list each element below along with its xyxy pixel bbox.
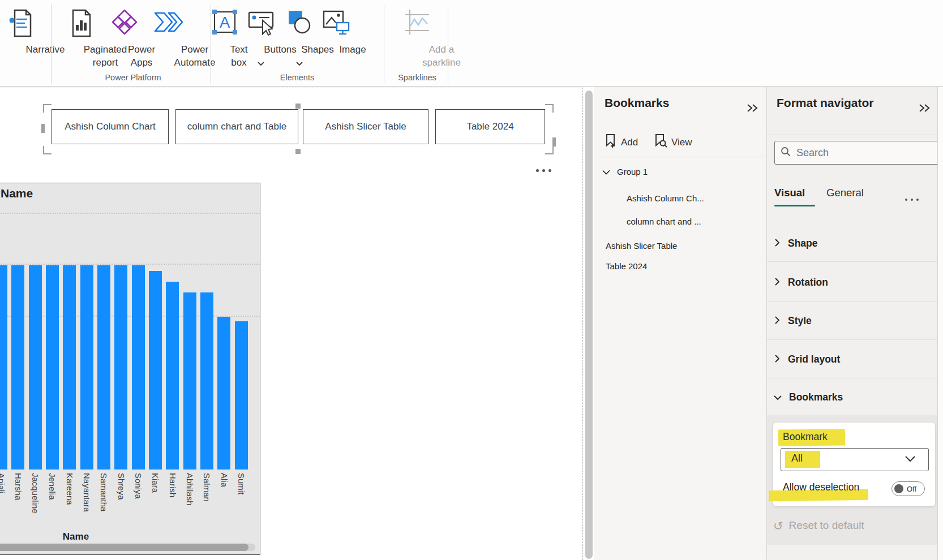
chevron-down-icon[interactable] [257, 58, 265, 68]
section-label: Style [788, 315, 812, 327]
narrative-icon [8, 8, 34, 42]
svg-text:A: A [220, 14, 230, 31]
x-axis-labels: AnjaliHarshaJacquelineJeneliaKareenaNaya… [0, 183, 260, 554]
bookmark-item-label: Ashish Column Ch... [627, 193, 704, 203]
chevron-right-icon [774, 277, 780, 288]
nav-button-table-2024[interactable]: Table 2024 [435, 109, 545, 144]
reset-icon: ↺ [773, 520, 783, 532]
ribbon-item-text-box[interactable]: A Textbox [211, 0, 239, 74]
ribbon-item-shapes[interactable]: Shapes [281, 0, 318, 74]
chevron-right-icon [774, 354, 780, 365]
ribbon-item-add-sparkline[interactable]: Add asparkline [393, 0, 442, 74]
tab-more-options[interactable] [903, 193, 920, 203]
canvas-scrollbar[interactable] [585, 91, 593, 559]
more-options-button[interactable] [534, 164, 553, 174]
bookmark-item-column-chart-and-table[interactable]: column chart and ... [627, 217, 701, 226]
ribbon-divider [448, 5, 448, 84]
selection-corner-handle[interactable] [545, 104, 554, 113]
nav-button-label: Ashish Slicer Table [325, 121, 406, 132]
bookmark-item-table-2024[interactable]: Table 2024 [606, 261, 647, 271]
tab-visual-underline [774, 205, 815, 206]
x-axis-title: Name [0, 531, 158, 542]
image-icon [321, 8, 352, 40]
x-axis-label: Sumit [237, 473, 246, 494]
x-axis-label: Abhilash [185, 473, 194, 506]
page-boundary-right [582, 88, 583, 560]
collapse-pane-icon[interactable] [746, 103, 758, 115]
view-bookmarks-button[interactable]: View [654, 133, 692, 151]
ribbon-item-narrative[interactable]: Narrative [0, 0, 45, 74]
add-bookmark-label: Add [621, 137, 638, 148]
bookmark-view-icon [654, 133, 667, 151]
bookmark-item-label: column chart and ... [627, 217, 701, 226]
page-boundary-top [0, 88, 583, 88]
x-axis-label: Salman [202, 473, 211, 502]
tab-general[interactable]: General [826, 187, 864, 199]
ribbon: Narrative Paginatedreport PowerApps Powe… [0, 0, 943, 87]
ribbon-item-power-automate[interactable]: PowerAutomate [142, 0, 195, 74]
ribbon-item-buttons[interactable]: Buttons [242, 0, 280, 74]
ribbon-group-sparklines: Sparklines [375, 73, 460, 82]
nav-button-column-chart-and-table[interactable]: column chart and Table [175, 109, 298, 144]
bookmark-item-label: Table 2024 [606, 261, 647, 271]
column-chart-visual[interactable]: Name AnjaliHarshaJacquelineJeneliaKareen… [0, 183, 260, 555]
section-grid-layout[interactable]: Grid layout [774, 354, 840, 365]
view-bookmarks-label: View [671, 137, 692, 148]
ribbon-item-paginated-report[interactable]: Paginatedreport [57, 0, 105, 74]
format-pane-title: Format navigator [777, 96, 874, 110]
bookmark-item-ashish-column-chart[interactable]: Ashish Column Ch... [627, 193, 704, 203]
ribbon-item-image[interactable]: Image [320, 0, 353, 74]
bookmark-group-1[interactable]: Group 1 [602, 167, 648, 176]
chevron-down-icon[interactable] [602, 167, 610, 176]
bookmark-item-label: Ashish Slicer Table [606, 241, 677, 251]
nav-button-label: column chart and Table [187, 121, 286, 132]
x-axis-label: Alia [220, 473, 229, 487]
x-axis-label: Shreya [117, 473, 126, 500]
section-shape[interactable]: Shape [774, 238, 818, 249]
bookmarks-pane-title: Bookmarks [605, 96, 669, 110]
selection-mid-handle[interactable] [295, 149, 301, 154]
x-axis-label: Samantha [99, 473, 108, 511]
nav-button-ashish-column-chart[interactable]: Ashish Column Chart [52, 109, 169, 144]
x-axis-label: Kareena [65, 473, 74, 505]
allow-deselection-toggle[interactable]: Off [891, 481, 925, 496]
chevron-right-icon [774, 316, 780, 327]
section-bookmarks[interactable]: Bookmarks [773, 391, 843, 403]
powerbi-window: Narrative Paginatedreport PowerApps Powe… [0, 0, 943, 560]
tab-visual[interactable]: Visual [774, 187, 805, 199]
selection-mid-handle[interactable] [295, 104, 301, 109]
selection-corner-handle[interactable] [43, 104, 52, 113]
section-label: Bookmarks [789, 391, 843, 403]
paginated-report-icon [67, 8, 95, 42]
divider [767, 339, 937, 340]
ribbon-group-power-platform: Power Platform [85, 73, 181, 82]
collapse-pane-icon[interactable] [918, 103, 931, 115]
bookmark-item-ashish-slicer-table[interactable]: Ashish Slicer Table [606, 241, 677, 251]
shapes-icon [285, 8, 314, 40]
ribbon-item-power-apps[interactable]: PowerApps [108, 0, 142, 74]
toggle-knob [894, 484, 903, 493]
chart-scrollbar-thumb[interactable] [0, 544, 248, 551]
bookmark-dropdown-value: All [791, 453, 803, 464]
search-input[interactable] [795, 147, 922, 160]
selection-mid-handle[interactable] [552, 137, 556, 147]
nav-button-ashish-slicer-table[interactable]: Ashish Slicer Table [303, 109, 428, 144]
ribbon-divider [384, 5, 384, 84]
reset-to-default-button[interactable]: ↺ Reset to default [773, 519, 864, 532]
selection-mid-handle[interactable] [41, 124, 45, 133]
selection-corner-handle[interactable] [43, 146, 52, 154]
nav-button-label: Table 2024 [466, 121, 513, 132]
section-style[interactable]: Style [774, 315, 812, 327]
x-axis-label: Harish [168, 473, 177, 497]
section-rotation[interactable]: Rotation [774, 277, 828, 288]
selection-corner-handle[interactable] [545, 146, 554, 154]
add-bookmark-button[interactable]: Add [605, 133, 638, 151]
chevron-down-icon[interactable] [905, 455, 916, 465]
chevron-down-icon[interactable] [295, 58, 303, 68]
sparkline-icon [403, 8, 431, 38]
x-axis-label: Nayantara [82, 473, 91, 512]
format-search-box[interactable] [774, 141, 943, 165]
ribbon-divider [51, 5, 52, 84]
bookmark-dropdown-label: Bookmark [783, 431, 828, 443]
x-axis-label: Soniya [134, 473, 143, 499]
